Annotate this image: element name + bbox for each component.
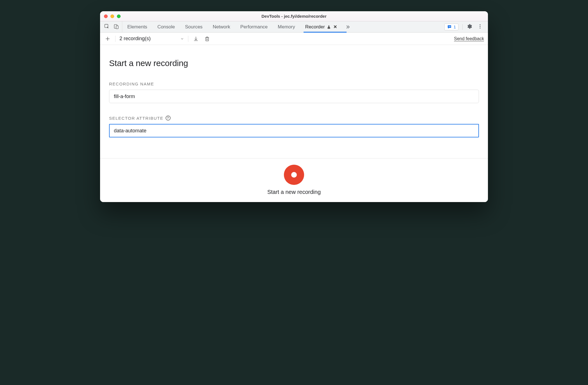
- chevron-down-icon: [180, 37, 184, 41]
- start-recording-label: Start a new recording: [267, 189, 321, 195]
- window-traffic-lights: [104, 14, 121, 18]
- window-title: DevTools - jec.fyi/demo/recorder: [103, 14, 485, 19]
- settings-icon[interactable]: [467, 24, 472, 30]
- tab-elements[interactable]: Elements: [127, 21, 147, 32]
- record-icon: [291, 172, 297, 178]
- tabstrip-left-tools: [102, 21, 122, 32]
- recorder-main: Start a new recording Recording name Sel…: [100, 45, 488, 158]
- svg-rect-3: [449, 26, 451, 27]
- window-close-button[interactable]: [104, 14, 108, 18]
- recordings-count-label: 2 recording(s): [119, 36, 151, 42]
- recording-name-input[interactable]: [109, 90, 479, 103]
- selector-attribute-group: Selector attribute ?: [109, 116, 479, 137]
- titlebar: DevTools - jec.fyi/demo/recorder: [100, 11, 488, 21]
- delete-button[interactable]: [203, 35, 211, 42]
- svg-point-4: [480, 24, 480, 25]
- device-toggle-icon[interactable]: [114, 24, 119, 30]
- start-recording-button[interactable]: [284, 165, 304, 185]
- tab-recorder[interactable]: Recorder ✕: [305, 21, 337, 32]
- recorder-toolbar: 2 recording(s) Send feedback: [100, 33, 488, 45]
- export-button[interactable]: [192, 35, 200, 42]
- selector-attribute-input[interactable]: [109, 124, 479, 137]
- tabs-overflow-icon[interactable]: [345, 21, 350, 32]
- send-feedback-link[interactable]: Send feedback: [454, 36, 484, 41]
- inspect-element-icon[interactable]: [104, 24, 110, 30]
- page-heading: Start a new recording: [109, 58, 479, 68]
- tab-network[interactable]: Network: [213, 21, 230, 32]
- experiment-icon: [327, 25, 331, 29]
- new-recording-button[interactable]: [104, 35, 111, 42]
- tab-performance[interactable]: Performance: [240, 21, 268, 32]
- help-icon[interactable]: ?: [166, 116, 171, 121]
- selector-attribute-label: Selector attribute ?: [109, 116, 479, 121]
- tab-list: Elements Console Sources Network Perform…: [127, 21, 337, 32]
- tab-memory[interactable]: Memory: [278, 21, 295, 32]
- svg-point-6: [480, 28, 480, 28]
- tab-close-icon[interactable]: ✕: [333, 24, 337, 30]
- issues-button[interactable]: 1: [444, 24, 458, 30]
- svg-rect-2: [116, 26, 118, 29]
- recording-name-group: Recording name: [109, 81, 479, 103]
- more-icon[interactable]: [476, 24, 484, 30]
- tab-sources[interactable]: Sources: [185, 21, 202, 32]
- issues-icon: [447, 24, 452, 30]
- window-zoom-button[interactable]: [117, 14, 121, 18]
- tab-console[interactable]: Console: [157, 21, 175, 32]
- recordings-dropdown[interactable]: 2 recording(s): [119, 36, 184, 42]
- tabstrip-right-tools: 1: [444, 21, 486, 32]
- issues-count: 1: [454, 24, 456, 29]
- tabstrip: Elements Console Sources Network Perform…: [100, 21, 488, 33]
- svg-point-5: [480, 26, 480, 27]
- recording-name-label: Recording name: [109, 81, 479, 86]
- devtools-window: DevTools - jec.fyi/demo/recorder Element…: [100, 11, 488, 202]
- recorder-footer: Start a new recording: [100, 158, 488, 202]
- window-minimize-button[interactable]: [110, 14, 114, 18]
